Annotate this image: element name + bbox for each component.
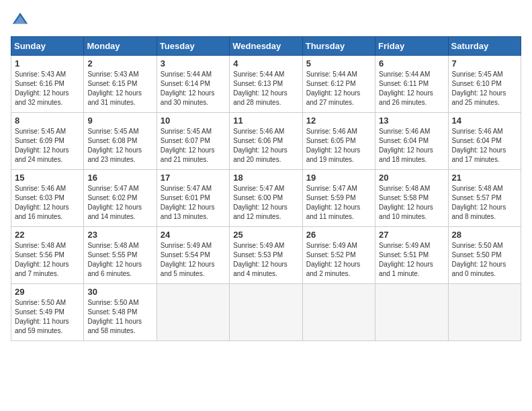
day-number: 30	[87, 287, 152, 297]
day-info: Sunrise: 5:46 AM Sunset: 6:04 PM Dayligh…	[452, 127, 517, 165]
day-info: Sunrise: 5:47 AM Sunset: 6:01 PM Dayligh…	[161, 184, 226, 222]
day-number: 12	[306, 116, 371, 126]
day-cell: 3Sunrise: 5:44 AM Sunset: 6:14 PM Daylig…	[157, 56, 229, 113]
day-info: Sunrise: 5:50 AM Sunset: 5:50 PM Dayligh…	[452, 241, 517, 279]
col-header-wednesday: Wednesday	[230, 37, 302, 56]
day-info: Sunrise: 5:49 AM Sunset: 5:52 PM Dayligh…	[306, 241, 371, 279]
day-number: 21	[452, 173, 517, 183]
day-cell	[375, 284, 448, 341]
day-info: Sunrise: 5:45 AM Sunset: 6:08 PM Dayligh…	[87, 127, 152, 165]
day-number: 25	[233, 230, 298, 240]
day-cell: 10Sunrise: 5:45 AM Sunset: 6:07 PM Dayli…	[157, 113, 229, 170]
day-info: Sunrise: 5:48 AM Sunset: 5:58 PM Dayligh…	[379, 184, 444, 222]
day-info: Sunrise: 5:46 AM Sunset: 6:06 PM Dayligh…	[233, 127, 298, 165]
day-number: 24	[161, 230, 226, 240]
day-cell: 26Sunrise: 5:49 AM Sunset: 5:52 PM Dayli…	[302, 227, 375, 284]
day-cell: 25Sunrise: 5:49 AM Sunset: 5:53 PM Dayli…	[230, 227, 302, 284]
day-cell: 1Sunrise: 5:43 AM Sunset: 6:16 PM Daylig…	[11, 56, 84, 113]
day-number: 15	[15, 173, 80, 183]
day-cell: 23Sunrise: 5:48 AM Sunset: 5:55 PM Dayli…	[84, 227, 157, 284]
day-info: Sunrise: 5:44 AM Sunset: 6:14 PM Dayligh…	[161, 70, 226, 107]
day-cell	[157, 284, 229, 341]
day-info: Sunrise: 5:49 AM Sunset: 5:51 PM Dayligh…	[379, 241, 444, 279]
day-cell: 21Sunrise: 5:48 AM Sunset: 5:57 PM Dayli…	[448, 170, 521, 227]
day-number: 28	[452, 230, 517, 240]
day-info: Sunrise: 5:43 AM Sunset: 6:15 PM Dayligh…	[87, 70, 152, 107]
day-cell: 8Sunrise: 5:45 AM Sunset: 6:09 PM Daylig…	[11, 113, 84, 170]
day-info: Sunrise: 5:44 AM Sunset: 6:13 PM Dayligh…	[233, 70, 298, 107]
day-info: Sunrise: 5:46 AM Sunset: 6:03 PM Dayligh…	[15, 184, 80, 222]
day-cell: 18Sunrise: 5:47 AM Sunset: 6:00 PM Dayli…	[230, 170, 302, 227]
page-header	[11, 11, 521, 30]
day-cell: 27Sunrise: 5:49 AM Sunset: 5:51 PM Dayli…	[375, 227, 448, 284]
day-cell: 4Sunrise: 5:44 AM Sunset: 6:13 PM Daylig…	[230, 56, 302, 113]
day-info: Sunrise: 5:44 AM Sunset: 6:11 PM Dayligh…	[379, 70, 444, 107]
day-info: Sunrise: 5:47 AM Sunset: 5:59 PM Dayligh…	[306, 184, 371, 222]
day-cell: 29Sunrise: 5:50 AM Sunset: 5:49 PM Dayli…	[11, 284, 84, 341]
col-header-thursday: Thursday	[302, 37, 375, 56]
day-cell: 9Sunrise: 5:45 AM Sunset: 6:08 PM Daylig…	[84, 113, 157, 170]
day-number: 29	[15, 287, 80, 297]
col-header-monday: Monday	[84, 37, 157, 56]
col-header-friday: Friday	[375, 37, 448, 56]
day-number: 22	[15, 230, 80, 240]
day-info: Sunrise: 5:46 AM Sunset: 6:04 PM Dayligh…	[379, 127, 444, 165]
day-cell: 5Sunrise: 5:44 AM Sunset: 6:12 PM Daylig…	[302, 56, 375, 113]
day-info: Sunrise: 5:43 AM Sunset: 6:16 PM Dayligh…	[15, 70, 80, 107]
day-number: 9	[87, 116, 152, 126]
day-number: 16	[87, 173, 152, 183]
day-info: Sunrise: 5:45 AM Sunset: 6:10 PM Dayligh…	[452, 70, 517, 107]
day-info: Sunrise: 5:47 AM Sunset: 6:00 PM Dayligh…	[233, 184, 298, 222]
day-cell: 20Sunrise: 5:48 AM Sunset: 5:58 PM Dayli…	[375, 170, 448, 227]
day-cell: 30Sunrise: 5:50 AM Sunset: 5:48 PM Dayli…	[84, 284, 157, 341]
day-info: Sunrise: 5:50 AM Sunset: 5:48 PM Dayligh…	[87, 298, 152, 336]
day-number: 23	[87, 230, 152, 240]
day-info: Sunrise: 5:48 AM Sunset: 5:57 PM Dayligh…	[452, 184, 517, 222]
day-info: Sunrise: 5:47 AM Sunset: 6:02 PM Dayligh…	[87, 184, 152, 222]
day-cell: 15Sunrise: 5:46 AM Sunset: 6:03 PM Dayli…	[11, 170, 84, 227]
week-row-2: 8Sunrise: 5:45 AM Sunset: 6:09 PM Daylig…	[11, 113, 521, 170]
day-cell: 19Sunrise: 5:47 AM Sunset: 5:59 PM Dayli…	[302, 170, 375, 227]
day-number: 13	[379, 116, 444, 126]
day-info: Sunrise: 5:46 AM Sunset: 6:05 PM Dayligh…	[306, 127, 371, 165]
day-number: 20	[379, 173, 444, 183]
col-header-tuesday: Tuesday	[157, 37, 229, 56]
day-cell: 7Sunrise: 5:45 AM Sunset: 6:10 PM Daylig…	[448, 56, 521, 113]
day-number: 10	[161, 116, 226, 126]
day-info: Sunrise: 5:49 AM Sunset: 5:54 PM Dayligh…	[161, 241, 226, 279]
day-number: 27	[379, 230, 444, 240]
day-cell: 14Sunrise: 5:46 AM Sunset: 6:04 PM Dayli…	[448, 113, 521, 170]
day-cell: 24Sunrise: 5:49 AM Sunset: 5:54 PM Dayli…	[157, 227, 229, 284]
day-cell: 2Sunrise: 5:43 AM Sunset: 6:15 PM Daylig…	[84, 56, 157, 113]
day-number: 17	[161, 173, 226, 183]
day-info: Sunrise: 5:50 AM Sunset: 5:49 PM Dayligh…	[15, 298, 80, 336]
day-cell	[230, 284, 302, 341]
day-number: 4	[233, 58, 298, 68]
day-cell: 6Sunrise: 5:44 AM Sunset: 6:11 PM Daylig…	[375, 56, 448, 113]
day-number: 1	[15, 58, 80, 68]
day-info: Sunrise: 5:45 AM Sunset: 6:07 PM Dayligh…	[161, 127, 226, 165]
day-info: Sunrise: 5:45 AM Sunset: 6:09 PM Dayligh…	[15, 127, 80, 165]
day-number: 19	[306, 173, 371, 183]
day-number: 2	[87, 58, 152, 68]
day-info: Sunrise: 5:44 AM Sunset: 6:12 PM Dayligh…	[306, 70, 371, 107]
day-info: Sunrise: 5:48 AM Sunset: 5:55 PM Dayligh…	[87, 241, 152, 279]
day-info: Sunrise: 5:49 AM Sunset: 5:53 PM Dayligh…	[233, 241, 298, 279]
col-header-sunday: Sunday	[11, 37, 84, 56]
day-number: 5	[306, 58, 371, 68]
day-number: 3	[161, 58, 226, 68]
day-number: 7	[452, 58, 517, 68]
day-cell: 17Sunrise: 5:47 AM Sunset: 6:01 PM Dayli…	[157, 170, 229, 227]
week-row-1: 1Sunrise: 5:43 AM Sunset: 6:16 PM Daylig…	[11, 56, 521, 113]
day-number: 8	[15, 116, 80, 126]
calendar-header-row: SundayMondayTuesdayWednesdayThursdayFrid…	[11, 37, 521, 56]
day-cell: 28Sunrise: 5:50 AM Sunset: 5:50 PM Dayli…	[448, 227, 521, 284]
day-cell	[448, 284, 521, 341]
day-cell: 13Sunrise: 5:46 AM Sunset: 6:04 PM Dayli…	[375, 113, 448, 170]
day-number: 26	[306, 230, 371, 240]
week-row-5: 29Sunrise: 5:50 AM Sunset: 5:49 PM Dayli…	[11, 284, 521, 341]
day-number: 11	[233, 116, 298, 126]
day-cell: 12Sunrise: 5:46 AM Sunset: 6:05 PM Dayli…	[302, 113, 375, 170]
week-row-3: 15Sunrise: 5:46 AM Sunset: 6:03 PM Dayli…	[11, 170, 521, 227]
logo-icon	[11, 11, 30, 30]
